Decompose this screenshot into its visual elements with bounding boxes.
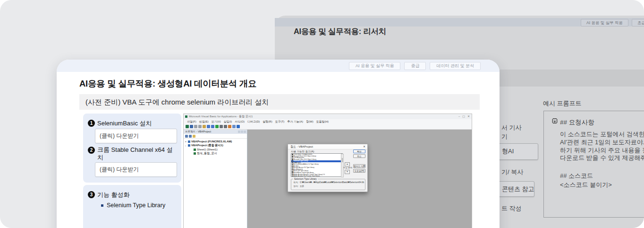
vba-toolbar-icon bbox=[232, 125, 236, 128]
checkbox-icon bbox=[292, 159, 293, 160]
prompt-sourcecode-heading: ## 소스코드 bbox=[560, 172, 593, 180]
tag-badge: AI 응용 및 실무 적용 bbox=[581, 19, 628, 26]
vba-menubar: 파일(F)편집(E)보기(V)삽입(I)서식(O)디버그(D)실행(R)도구(T… bbox=[184, 119, 472, 124]
reference-label: Adobe Acrobat File Preview Type Library bbox=[294, 175, 320, 177]
prompt-request-heading: ## 요청사항 bbox=[560, 118, 594, 127]
vba-menu-item: 파일(F) bbox=[186, 120, 198, 124]
clipped-text: 서 기사 bbox=[501, 123, 522, 132]
project-explorer-buttons bbox=[238, 131, 246, 133]
vba-menu-item: 도움말(H) bbox=[315, 120, 330, 124]
language-value: 표준 bbox=[300, 185, 304, 187]
priority-up-button: ▲ bbox=[345, 162, 350, 167]
available-references-label: 사용 가능한 참조(A): bbox=[291, 150, 314, 153]
references-list: Visual Basic For Applications Microsoft … bbox=[291, 153, 343, 177]
references-dialog: 참조 - VBAProject ✕ 사용 가능한 참조(A): Visual B… bbox=[288, 144, 368, 192]
tag-badge: 중급 bbox=[404, 62, 426, 70]
reference-info-title: Selenium Type Library bbox=[293, 178, 318, 180]
checkbox-icon bbox=[292, 176, 293, 177]
tree-node-icon bbox=[188, 144, 190, 147]
project-explorer-title: 프로젝트 - VBAProject bbox=[184, 130, 247, 134]
prompt-sourcecode-placeholder: <소스코드 붙이기> bbox=[560, 181, 612, 189]
priority-label: 우선 순위 bbox=[343, 167, 352, 169]
step-number-badge: 3 bbox=[88, 191, 95, 198]
step1-label: SeleniumBasic 설치 bbox=[97, 120, 152, 127]
tree-item-label: VBAProject (FUNCRES.XLAM) bbox=[191, 140, 232, 143]
page-title: AI응용 및 실무적용: 생성형AI 데이터분석 개요 bbox=[79, 78, 256, 89]
checkbox-icon bbox=[292, 174, 293, 175]
clipped-text: 트 작성 bbox=[501, 204, 522, 213]
cancel-button: 취소 bbox=[353, 154, 365, 158]
vba-toolbar-icon bbox=[198, 125, 202, 128]
checkbox-icon bbox=[292, 169, 293, 170]
example-prompt-label: 예시 프롬프트 bbox=[543, 99, 582, 108]
back-slide-badges: AI 응용 및 실무 적용초급 bbox=[581, 19, 644, 26]
setup-steps-panel: 1 SeleniumBasic 설치 (클릭) 다운받기 2 크롬 Stable… bbox=[83, 114, 181, 183]
view-object-icon bbox=[189, 135, 192, 138]
tag-badge: 데이터 관리 및 분석 bbox=[430, 62, 481, 70]
tree-node-icon bbox=[194, 152, 196, 155]
prompt-body-line: 하기 위해 기사의 주요 내용을 정리 bbox=[560, 147, 644, 155]
step2-download-link[interactable]: (클릭) 다운받기 bbox=[95, 162, 177, 177]
tree-item-label: 현재_통합_문서 bbox=[197, 151, 217, 156]
vba-window-controls: – ▢ ✕ bbox=[458, 114, 470, 119]
vba-app-icon bbox=[185, 115, 187, 118]
slide-genai-overview-card: AI 응용 및 실무 적용중급데이터 관리 및 분석 AI응용 및 실무적용: … bbox=[57, 60, 500, 228]
clipped-text: 기/ 복사 bbox=[501, 168, 523, 176]
prompt-body-line: 다운로드 받을 수 있게 제공해줘. bbox=[560, 154, 644, 162]
vba-project-explorer: 프로젝트 - VBAProject + VBAProject (FUNCRES.… bbox=[184, 130, 247, 228]
vba-toolbar-icon bbox=[237, 125, 240, 128]
checkbox-icon bbox=[292, 167, 293, 169]
tree-node-icon bbox=[188, 140, 190, 143]
vba-window-title: Microsoft Visual Basic for Applications … bbox=[189, 114, 253, 119]
download-link-label: (클릭) 다운받기 bbox=[95, 163, 177, 176]
reference-info-group: Selenium Type Library 위치:C:₩Users₩...₩Ap… bbox=[291, 179, 365, 190]
step3-label: 기능 활성화 bbox=[97, 191, 130, 199]
checkbox-icon bbox=[292, 154, 293, 155]
vba-menu-item: 디버그(D) bbox=[246, 120, 261, 124]
step-number-badge: 2 bbox=[88, 147, 95, 154]
tag-badge: AI 응용 및 실무 적용 bbox=[349, 62, 401, 70]
checkbox-icon bbox=[292, 158, 293, 159]
clipped-text: 기 bbox=[501, 132, 508, 141]
vba-toolbar-icon bbox=[207, 125, 210, 128]
tree-item-label: VBAProject (통합 문서1) bbox=[191, 143, 223, 148]
section-header-label: (사전 준비) VBA 도구에 chrome selenium 라이브러리 설치 bbox=[79, 94, 480, 110]
activation-step-panel: 3 기능 활성화 Selenium Type Library bbox=[83, 185, 181, 228]
vba-menu-item: 도구(T) bbox=[274, 120, 286, 124]
vba-menu-item: 추가 기능(A) bbox=[286, 120, 305, 124]
step-number-badge: 1 bbox=[88, 120, 95, 127]
section-header: (사전 준비) VBA 도구에 chrome selenium 라이브러리 설치 bbox=[79, 94, 480, 110]
prompt-body-text: 이 소스코드는 포털에서 검색한 가AI'관련 최근 1일의 보도자료야. 이하… bbox=[560, 131, 644, 162]
vba-menu-item: 실행(R) bbox=[261, 120, 273, 124]
vba-toolbar-icon bbox=[215, 125, 219, 128]
toggle-folders-icon bbox=[193, 135, 195, 138]
vba-menu-item: 삽입(I) bbox=[222, 120, 234, 124]
vba-toolbar-icon bbox=[186, 125, 189, 128]
tree-item-label: Sheet1 (Sheet1) bbox=[197, 148, 218, 151]
references-dialog-titlebar: 참조 - VBAProject ✕ bbox=[288, 144, 367, 149]
project-tree: + VBAProject (FUNCRES.XLAM) - VBAProject… bbox=[185, 140, 247, 156]
project-explorer-toolbar bbox=[184, 134, 247, 139]
vba-toolbar-icon bbox=[190, 125, 193, 128]
project-tree-item: Sheet1 (Sheet1) bbox=[185, 148, 247, 152]
priority-down-button: ▼ bbox=[345, 170, 350, 174]
vba-menu-item: 보기(V) bbox=[210, 120, 222, 124]
checkbox-icon bbox=[292, 156, 293, 157]
vba-toolbar-icon bbox=[224, 125, 227, 128]
clipped-button-label: 형AI bbox=[502, 144, 514, 158]
download-link-label: (클릭) 다운받기 bbox=[95, 129, 177, 142]
vba-menu-item: 창(W) bbox=[305, 120, 315, 124]
vba-toolbar bbox=[184, 124, 472, 130]
maximize-icon: ▢ bbox=[462, 114, 465, 119]
reference-location-row: 위치:C:₩Users₩...₩AppData₩Local₩SeleniumBa… bbox=[293, 181, 364, 184]
help-button: 도움말(H) bbox=[353, 169, 365, 173]
step1-download-link[interactable]: (클릭) 다운받기 bbox=[95, 129, 177, 143]
clipped-button-label: 콘텐츠 참고 bbox=[502, 182, 534, 196]
close-icon: ✕ bbox=[467, 114, 470, 119]
prompt-body-line: AI'관련 최근 1일의 보도자료야. 이 bbox=[560, 139, 644, 147]
language-label: 언어: bbox=[293, 185, 298, 187]
location-value: C:₩Users₩...₩AppData₩Local₩SeleniumBasic… bbox=[300, 181, 364, 184]
prompt-body-line: 이 소스코드는 포털에서 검색한 가 bbox=[560, 131, 644, 139]
step2-label: 크롬 Stable Channel x64 설치 bbox=[97, 146, 174, 161]
vba-toolbar-icon bbox=[211, 125, 214, 128]
